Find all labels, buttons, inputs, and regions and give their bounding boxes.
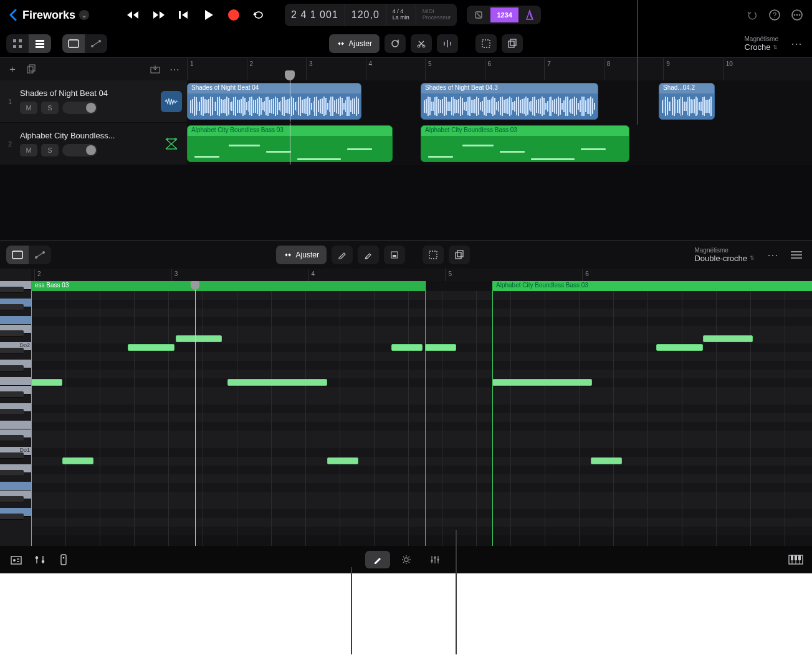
track-lane[interactable]: Alphabet City Boundless Bass 03Alphabet … [187, 123, 812, 165]
editor-region-bar[interactable]: Alphabet City Boundless Bass 03 [492, 281, 812, 291]
mixer-button[interactable] [32, 552, 47, 567]
ajuster-button-top[interactable]: Ajuster [329, 34, 380, 53]
editor-copy-button[interactable] [449, 246, 470, 264]
audio-region[interactable]: Shades of Night Beat 04 [187, 83, 361, 120]
piano-key-black[interactable] [0, 330, 24, 337]
waveform-icon[interactable] [161, 91, 182, 112]
editor-region-bar[interactable]: ess Bass 03 [31, 281, 425, 291]
snap-editor[interactable]: Magnétisme Double-croche⇅ [694, 247, 758, 263]
more-toolbar-button[interactable]: ⋯ [787, 37, 806, 50]
piano-key-black[interactable] [0, 365, 24, 371]
midi-region[interactable]: Alphabet City Boundless Bass 03 [421, 125, 629, 162]
edit-mode-button[interactable] [365, 551, 390, 568]
midi-note[interactable] [176, 335, 222, 342]
brush-button[interactable] [358, 246, 379, 264]
grid-view-button[interactable] [6, 34, 29, 53]
midi-note[interactable] [703, 335, 753, 342]
piano-key-white[interactable] [0, 377, 31, 386]
tuner-chip[interactable] [467, 6, 490, 24]
ajuster-button-editor[interactable]: Ajuster [276, 246, 327, 264]
split-button[interactable] [437, 34, 458, 53]
midi-note[interactable] [425, 344, 456, 351]
automation-button[interactable] [85, 34, 107, 53]
undo-button[interactable] [746, 9, 758, 21]
piano-key-black[interactable] [0, 304, 24, 310]
import-button[interactable] [150, 64, 161, 74]
mute-button[interactable]: M [20, 102, 37, 114]
play-button[interactable] [200, 6, 217, 24]
plugin-button[interactable] [56, 552, 71, 567]
solo-button[interactable]: S [41, 102, 59, 114]
editor-region-button[interactable] [6, 246, 29, 264]
track-row[interactable]: 1 Shades of Night Beat 04 M S Shades of … [0, 80, 812, 123]
solo-button[interactable]: S [41, 144, 59, 156]
piano-key-black[interactable] [0, 409, 24, 415]
piano-key-black[interactable] [0, 496, 24, 502]
pencil-button[interactable] [332, 246, 353, 264]
go-to-start-button[interactable] [175, 6, 193, 24]
forward-button[interactable] [150, 6, 168, 24]
piano-key-white[interactable] [0, 482, 31, 490]
midi-note[interactable] [31, 379, 62, 386]
piano-key-black[interactable] [0, 391, 24, 398]
audio-region[interactable]: Shad...04.2 [659, 83, 715, 120]
instrument-icon[interactable] [161, 133, 182, 155]
region-button[interactable] [62, 34, 85, 53]
piano-roll-ruler[interactable]: 23456 [31, 269, 812, 281]
settings-mode-button[interactable] [394, 551, 419, 568]
piano-key-black[interactable] [0, 435, 24, 441]
playhead-handle[interactable] [285, 70, 295, 80]
record-button[interactable] [225, 6, 242, 24]
editor-automation-button[interactable] [29, 246, 51, 264]
list-view-button[interactable] [29, 34, 51, 53]
rewind-button[interactable] [125, 6, 143, 24]
midi-note[interactable] [128, 344, 174, 351]
midi-note[interactable] [227, 379, 327, 386]
editor-marquee-button[interactable] [423, 246, 444, 264]
duplicate-track-button[interactable] [26, 64, 36, 74]
midi-note[interactable] [62, 457, 93, 464]
track-lane[interactable]: Shades of Night Beat 04Shades of Night B… [187, 80, 812, 122]
snap-top[interactable]: Magnétisme Croche⇅ [745, 36, 782, 52]
mute-button[interactable]: M [20, 144, 37, 156]
volume-slider[interactable] [62, 102, 97, 114]
add-track-button[interactable]: ＋ [7, 63, 17, 76]
velocity-button[interactable] [384, 246, 405, 264]
piano-key-black[interactable] [0, 514, 24, 520]
piano-keyboard[interactable]: Do2Do1 [0, 269, 31, 546]
volume-slider[interactable] [62, 144, 97, 156]
piano-key-white[interactable] [0, 421, 31, 429]
metronome-chip[interactable] [518, 6, 541, 24]
more-button[interactable] [791, 9, 803, 21]
lcd-display[interactable]: 2 4 1 001 120,0 4 / 4 La min MIDI Proces… [285, 4, 457, 26]
midi-note[interactable] [656, 344, 703, 351]
keyboard-button[interactable] [788, 552, 803, 567]
track-row[interactable]: 2 Alphabet City Boundless... M S Alphabe… [0, 123, 812, 165]
sliders-mode-button[interactable] [423, 551, 447, 568]
piano-key-black[interactable] [0, 452, 24, 459]
scissors-button[interactable] [411, 34, 432, 53]
piano-key-white[interactable] [0, 316, 31, 325]
cycle-button[interactable] [250, 6, 267, 24]
loop-tool-button[interactable] [385, 34, 406, 53]
browser-button[interactable] [9, 552, 24, 567]
midi-note[interactable] [591, 457, 622, 464]
project-title[interactable]: Fireworks ⌄ [22, 9, 89, 22]
midi-note[interactable] [327, 457, 358, 464]
playhead-handle[interactable] [191, 281, 199, 290]
piano-roll[interactable]: Do2Do1 23456 ess Bass 03Alphabet City Bo… [0, 269, 812, 546]
marquee-button[interactable] [475, 34, 497, 53]
back-button[interactable] [9, 9, 17, 21]
midi-note[interactable] [492, 379, 592, 386]
editor-list-button[interactable] [787, 251, 806, 259]
count-in-chip[interactable]: 1234 [490, 7, 518, 22]
timeline-ruler[interactable]: 12345678910 [187, 58, 812, 80]
piano-key-black[interactable] [0, 287, 24, 293]
audio-region[interactable]: Shades of Night Beat 04.3 [421, 83, 598, 120]
piano-key-black[interactable] [0, 348, 24, 354]
piano-key-black[interactable] [0, 470, 24, 476]
help-button[interactable]: ? [768, 9, 781, 21]
piano-roll-grid[interactable]: 23456 ess Bass 03Alphabet City Boundless… [31, 269, 812, 546]
track-more-button[interactable]: ⋯ [170, 64, 179, 75]
midi-note[interactable] [391, 344, 423, 351]
